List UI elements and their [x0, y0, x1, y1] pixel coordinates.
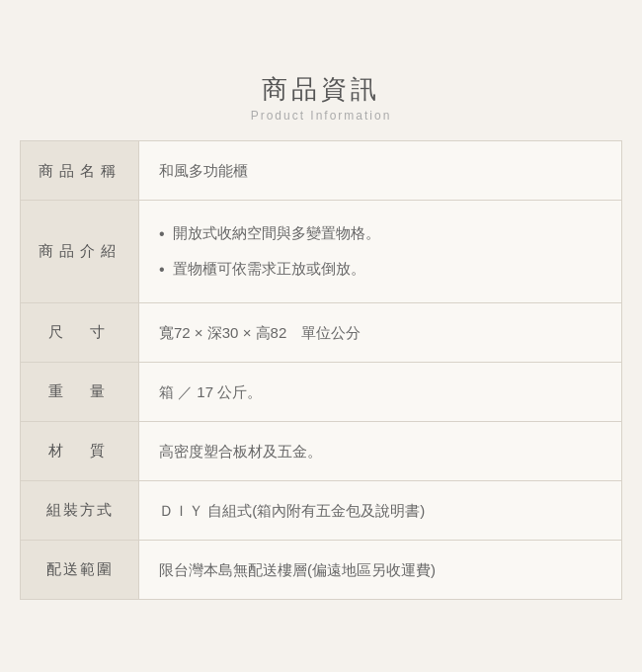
page-title-zh: 商品資訊 — [20, 72, 622, 107]
row-label: 重 量 — [21, 363, 139, 421]
bullet-text: 開放式收納空間與多變置物格。 — [173, 220, 380, 246]
row-label: 尺 寸 — [21, 303, 139, 362]
row-label: 材 質 — [21, 422, 139, 480]
bullet-dot: • — [159, 256, 165, 283]
table-row: 重 量箱 ／ 17 公斤。 — [21, 363, 621, 422]
row-value: 高密度塑合板材及五金。 — [139, 422, 621, 480]
table-row: 尺 寸寬72 × 深30 × 高82 單位公分 — [21, 303, 621, 363]
table-row: 商品介紹•開放式收納空間與多變置物格。•置物櫃可依需求正放或倒放。 — [21, 201, 621, 302]
info-table: 商品名稱和風多功能櫃商品介紹•開放式收納空間與多變置物格。•置物櫃可依需求正放或… — [20, 140, 622, 599]
row-label: 組裝方式 — [21, 481, 139, 540]
table-row: 配送範圍限台灣本島無配送樓層(偏遠地區另收運費) — [21, 541, 621, 599]
row-value: ＤＩＹ 自組式(箱內附有五金包及說明書) — [139, 481, 621, 540]
row-value: 寬72 × 深30 × 高82 單位公分 — [139, 303, 621, 362]
page-title-en: Product Information — [20, 109, 622, 123]
row-value: •開放式收納空間與多變置物格。•置物櫃可依需求正放或倒放。 — [139, 201, 621, 301]
page-header: 商品資訊 Product Information — [20, 72, 622, 123]
row-value: 限台灣本島無配送樓層(偏遠地區另收運費) — [139, 541, 621, 599]
bullet-text: 置物櫃可依需求正放或倒放。 — [173, 256, 365, 282]
bullet-item: •開放式收納空間與多變置物格。 — [159, 220, 380, 247]
table-row: 材 質高密度塑合板材及五金。 — [21, 422, 621, 481]
row-value: 和風多功能櫃 — [139, 141, 621, 200]
product-info-container: 商品資訊 Product Information 商品名稱和風多功能櫃商品介紹•… — [20, 62, 622, 609]
table-row: 商品名稱和風多功能櫃 — [21, 141, 621, 201]
row-label: 商品名稱 — [21, 141, 139, 200]
row-label: 商品介紹 — [21, 201, 139, 301]
bullet-item: •置物櫃可依需求正放或倒放。 — [159, 256, 365, 283]
table-row: 組裝方式ＤＩＹ 自組式(箱內附有五金包及說明書) — [21, 481, 621, 541]
bullet-dot: • — [159, 220, 165, 247]
row-value: 箱 ／ 17 公斤。 — [139, 363, 621, 421]
row-label: 配送範圍 — [21, 541, 139, 599]
